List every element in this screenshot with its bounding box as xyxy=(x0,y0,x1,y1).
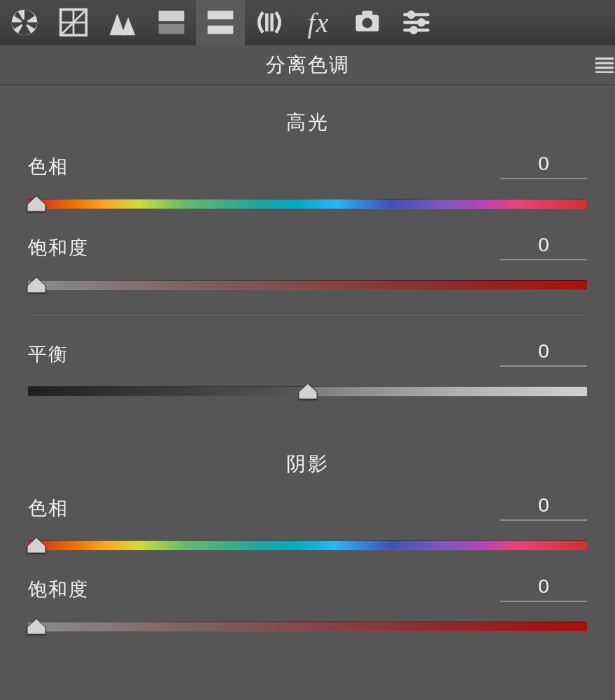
svg-rect-8 xyxy=(208,11,234,20)
svg-rect-23 xyxy=(595,66,614,69)
tab-hsl-icon[interactable] xyxy=(147,0,196,46)
svg-point-14 xyxy=(362,18,373,29)
slider-shadows-hue: 色相 0 xyxy=(0,494,615,556)
tab-splittone-icon[interactable] xyxy=(196,0,245,46)
slider-shadows-saturation: 饱和度 0 xyxy=(0,575,615,637)
svg-rect-21 xyxy=(595,57,614,59)
slider-label: 平衡 xyxy=(28,342,69,367)
slider-track[interactable] xyxy=(28,616,587,637)
panel-menu-icon[interactable] xyxy=(590,52,615,78)
slider-balance: 平衡 0 xyxy=(0,340,615,402)
svg-rect-7 xyxy=(159,24,185,34)
slider-highlights-hue: 色相 0 xyxy=(0,153,615,214)
svg-point-18 xyxy=(409,12,413,17)
slider-label: 色相 xyxy=(28,496,69,521)
tab-calibration-icon[interactable] xyxy=(343,0,392,46)
svg-point-1 xyxy=(21,19,27,25)
slider-track[interactable] xyxy=(28,381,587,402)
svg-rect-9 xyxy=(208,26,234,34)
svg-rect-24 xyxy=(595,71,614,73)
slider-label: 色相 xyxy=(28,154,69,179)
tab-curve-icon[interactable] xyxy=(49,0,98,46)
slider-track[interactable] xyxy=(28,193,587,214)
slider-value-input[interactable]: 0 xyxy=(500,153,587,179)
slider-track[interactable] xyxy=(28,535,587,556)
tab-basic-icon[interactable] xyxy=(0,0,49,46)
slider-label: 饱和度 xyxy=(28,577,89,602)
panel-title: 分离色调 xyxy=(266,52,350,78)
panel-title-bar: 分离色调 xyxy=(0,46,615,85)
svg-rect-6 xyxy=(159,11,185,22)
svg-point-20 xyxy=(411,27,416,32)
slider-value-input[interactable]: 0 xyxy=(500,340,587,367)
section-title-highlights: 高光 xyxy=(0,109,615,136)
tab-effects-icon[interactable]: fx xyxy=(294,0,343,46)
section-divider xyxy=(28,426,587,427)
top-toolbar: fx xyxy=(0,0,615,46)
slider-value-input[interactable]: 0 xyxy=(500,494,587,521)
slider-track[interactable] xyxy=(28,274,587,295)
tab-detail-icon[interactable] xyxy=(98,0,147,46)
section-title-shadows: 阴影 xyxy=(0,451,615,477)
svg-rect-22 xyxy=(595,62,614,64)
slider-label: 饱和度 xyxy=(28,235,89,260)
tab-presets-icon[interactable] xyxy=(392,0,441,46)
svg-point-19 xyxy=(419,20,424,24)
section-divider xyxy=(28,315,587,316)
slider-value-input[interactable]: 0 xyxy=(500,575,587,602)
tab-lens-icon[interactable] xyxy=(245,0,294,46)
slider-highlights-saturation: 饱和度 0 xyxy=(0,234,615,295)
svg-rect-13 xyxy=(362,11,373,16)
slider-value-input[interactable]: 0 xyxy=(500,234,587,260)
